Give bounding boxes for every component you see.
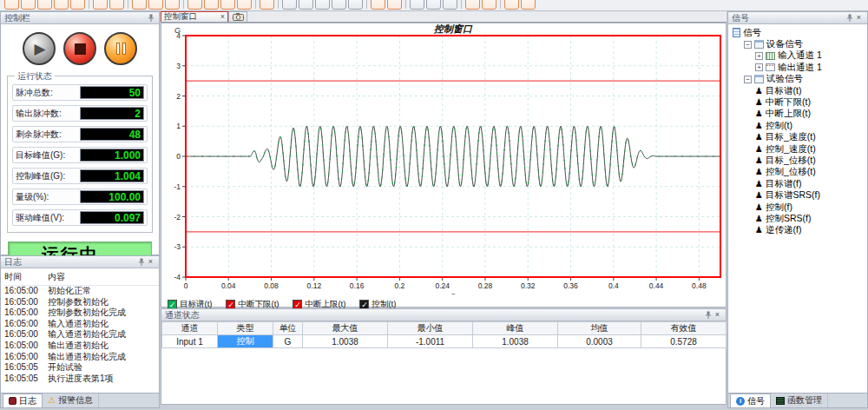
tree-item[interactable]: ♟逆传递(f) (731, 225, 867, 236)
tree-expander-icon[interactable]: + (755, 52, 763, 60)
log-row[interactable]: 16:05:00初始化正常 (4, 286, 159, 297)
save-all-icon[interactable] (54, 0, 69, 10)
tab-alarm-info[interactable]: ⚠ 报警信息 (43, 393, 99, 407)
tab-control-window[interactable]: 控制窗口 × (161, 11, 228, 22)
pin-icon[interactable] (146, 13, 155, 23)
start-button[interactable]: ▶ (23, 32, 56, 65)
svg-text:0.48: 0.48 (692, 281, 707, 290)
tree-item[interactable]: ♟目标谱SRS(f) (731, 189, 867, 201)
stop-icon (75, 43, 86, 55)
log-row[interactable]: 16:05:00输入通道初始化 (4, 319, 159, 330)
pin-icon[interactable] (136, 257, 146, 267)
tree-item[interactable]: −设备信号 (731, 38, 867, 50)
save-icon[interactable] (37, 0, 52, 10)
field-value-display: 2 (80, 107, 144, 120)
tree-item[interactable]: ♟控制(f) (731, 202, 867, 213)
tree-item[interactable]: ♟控制_速度(t) (731, 143, 867, 155)
log-row[interactable]: 16:05:00输出通道初始化 (4, 341, 159, 352)
tree-item[interactable]: ♟目标_速度(t) (731, 132, 867, 143)
page-setup-icon[interactable] (70, 0, 85, 10)
link-add-icon[interactable] (387, 0, 402, 10)
pin-icon[interactable] (703, 310, 713, 320)
channel-row[interactable]: Input 1控制G1.0038-1.00111.00380.00030.572… (162, 335, 727, 348)
tree-expander-icon[interactable]: + (755, 63, 763, 71)
print-icon[interactable] (109, 0, 124, 10)
close-icon[interactable]: × (854, 13, 864, 23)
close-icon[interactable]: × (220, 13, 225, 21)
log-list[interactable]: 时间内容16:05:00初始化正常16:05:00控制参数初始化16:05:00… (1, 268, 159, 393)
log-time: 16:05:00 (4, 297, 48, 308)
channel-status-table[interactable]: 通道类型单位最大值最小值峰值均值有效值 Input 1控制G1.0038-1.0… (161, 321, 727, 348)
tree-item[interactable]: 信号 (731, 27, 867, 38)
close-icon[interactable]: × (146, 257, 155, 267)
channel-col-header[interactable]: 均值 (558, 322, 641, 335)
tree-item[interactable]: −试验信号 (731, 74, 867, 85)
tree-item[interactable]: ♟中断下限(t) (731, 96, 867, 108)
log-row[interactable]: 16:05:00输入通道初始化完成 (4, 329, 159, 341)
new-icon[interactable] (4, 0, 19, 10)
report-icon[interactable] (93, 0, 108, 10)
layout-grid-3-icon[interactable] (315, 0, 330, 10)
linear-scale-1-icon[interactable] (187, 0, 202, 10)
tab-log[interactable]: 日志 (3, 393, 43, 407)
open-icon[interactable] (21, 0, 36, 10)
schedule-icon[interactable] (165, 0, 180, 10)
tree-item[interactable]: ♟控制SRS(f) (731, 213, 867, 224)
channel-col-header[interactable]: 通道 (162, 322, 218, 335)
zoom-out-icon[interactable] (482, 0, 496, 10)
tree-expander-icon[interactable]: − (744, 76, 752, 83)
tree-item-label: 设备信号 (766, 38, 803, 50)
log-time: 16:05:05 (4, 362, 48, 374)
log-row[interactable]: 16:05:00控制参数初始化 (4, 297, 159, 308)
tree-item[interactable]: ♟控制(t) (731, 120, 867, 131)
log-row[interactable]: 16:05:05开始试验 (4, 362, 159, 374)
chart-overlay-1-icon[interactable] (332, 0, 346, 10)
zoom-in-icon[interactable] (465, 0, 480, 10)
tab-signal[interactable]: i 信号 (730, 393, 771, 407)
stop-button[interactable] (63, 32, 96, 65)
favorite-icon[interactable] (132, 0, 147, 10)
control-chart[interactable]: 控制窗口G-4-3-2-10123400.040.080.120.160.20.… (161, 23, 726, 298)
pause-button[interactable] (104, 32, 137, 65)
svg-text:0.2: 0.2 (394, 281, 404, 290)
log-row[interactable]: 16:05:00输出通道初始化完成 (4, 352, 159, 363)
tree-expander-icon[interactable]: − (744, 41, 752, 49)
tree-item[interactable]: ♟中断上限(t) (731, 109, 867, 120)
chart-overlay-2-icon[interactable] (348, 0, 363, 10)
channel-col-header[interactable]: 最小值 (388, 322, 473, 335)
link-icon[interactable] (371, 0, 385, 10)
channel-col-header[interactable]: 峰值 (473, 322, 558, 335)
split-vertical-icon[interactable] (426, 0, 441, 10)
signal-wave-icon[interactable] (260, 0, 274, 10)
close-icon[interactable]: × (713, 310, 722, 320)
signal-tree[interactable]: 信号−设备信号+输入通道 1+•••输出通道 1−试验信号♟目标谱(t)♟中断下… (728, 24, 867, 393)
channel-col-header[interactable]: 有效值 (641, 322, 727, 335)
log-row[interactable]: 16:05:05执行进度表第1项 (4, 374, 159, 385)
channel-col-header[interactable]: 最大值 (303, 322, 388, 335)
pin-icon[interactable] (845, 13, 854, 23)
split-horizontal-icon[interactable] (410, 0, 424, 10)
svg-text:控制窗口: 控制窗口 (433, 23, 473, 34)
pop-out-icon[interactable] (443, 0, 457, 10)
channel-col-header[interactable]: 单位 (273, 322, 303, 335)
log-row[interactable]: 16:05:00控制参数初始化完成 (4, 308, 159, 319)
tab-snapshot[interactable] (228, 11, 247, 22)
tree-item[interactable]: ♟目标谱(t) (731, 85, 867, 96)
tree-item[interactable]: +•••输出通道 1 (731, 62, 867, 73)
layout-grid-2-icon[interactable] (299, 0, 313, 10)
tree-item[interactable]: ♟目标_位移(t) (731, 155, 867, 166)
linear-scale-3-icon[interactable] (220, 0, 235, 10)
tab-function-manager[interactable]: 函数管理 (771, 393, 828, 407)
field-value-display: 100.00 (80, 190, 144, 203)
transfer-icon[interactable] (237, 0, 252, 10)
channel-col-header[interactable]: 类型 (218, 322, 273, 335)
undo-icon[interactable] (504, 0, 519, 10)
layout-grid-1-icon[interactable] (282, 0, 297, 10)
pie-icon[interactable] (148, 0, 163, 10)
linear-scale-2-icon[interactable] (204, 0, 219, 10)
tree-item[interactable]: +输入通道 1 (731, 50, 867, 62)
tree-item[interactable]: ♟目标谱(f) (731, 178, 867, 189)
tree-item[interactable]: ♟控制_位移(t) (731, 167, 867, 178)
toolbar-separator (183, 0, 184, 9)
close-test-icon[interactable] (521, 0, 536, 10)
